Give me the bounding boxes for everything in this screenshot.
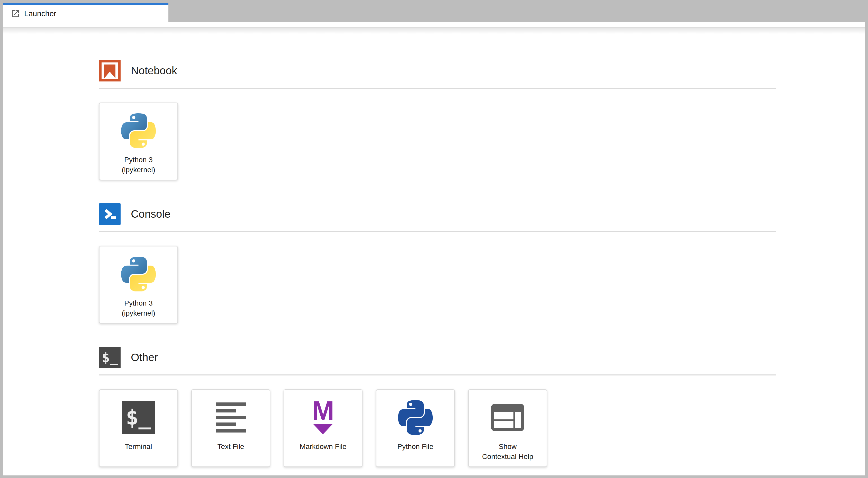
- section-title: Notebook: [131, 64, 177, 77]
- card-label: Python 3 (ipykernel): [122, 298, 155, 318]
- text-file-icon: [216, 400, 246, 435]
- markdown-icon: M: [312, 400, 334, 435]
- section-console-header: Console: [99, 203, 776, 225]
- tab-launcher[interactable]: Launcher: [3, 3, 168, 22]
- section-title: Console: [131, 208, 170, 220]
- console-icon: [99, 203, 121, 225]
- tabbar-shadow: [3, 28, 865, 34]
- section-title: Other: [131, 351, 158, 364]
- card-row: $_ Terminal: [99, 376, 776, 467]
- python-logo-icon: [121, 256, 156, 292]
- notebook-icon: [99, 60, 121, 82]
- tab-label: Launcher: [24, 9, 56, 18]
- launcher-content: Notebook: [99, 22, 776, 467]
- card-text-file[interactable]: Text File: [191, 389, 270, 467]
- launcher-tab-icon: [11, 9, 20, 18]
- card-python3-console[interactable]: Python 3 (ipykernel): [99, 246, 178, 323]
- card-row: Python 3 (ipykernel): [99, 232, 776, 323]
- window-frame: Launcher Notebook: [0, 0, 868, 478]
- python-file-icon: [398, 400, 433, 435]
- jupyterlab-dock: Launcher Notebook: [3, 3, 865, 475]
- section-other-header: $_ Other: [99, 347, 776, 368]
- python-logo-icon: [121, 113, 156, 149]
- card-label: Terminal: [125, 442, 152, 451]
- section-notebook: Notebook: [99, 60, 776, 180]
- card-row: Python 3 (ipykernel): [99, 89, 776, 180]
- card-label: Python File: [397, 442, 433, 451]
- card-label: Markdown File: [300, 442, 346, 451]
- card-python-file[interactable]: Python File: [376, 389, 455, 467]
- section-console: Console Python 3: [99, 203, 776, 323]
- card-show-contextual-help[interactable]: Show Contextual Help: [468, 389, 547, 467]
- section-notebook-header: Notebook: [99, 60, 776, 82]
- card-label: Text File: [217, 442, 244, 451]
- launcher-panel: Notebook: [3, 22, 865, 475]
- terminal-icon: $_: [122, 400, 155, 435]
- card-label: Show Contextual Help: [482, 442, 533, 461]
- card-label: Python 3 (ipykernel): [122, 155, 155, 175]
- card-terminal[interactable]: $_ Terminal: [99, 389, 178, 467]
- tab-bar: Launcher: [3, 3, 865, 22]
- card-markdown-file[interactable]: M Markdown File: [284, 389, 363, 467]
- section-other: $_ Other $_ Terminal: [99, 347, 776, 467]
- contextual-help-icon: [491, 400, 524, 435]
- terminal-icon: $_: [99, 347, 121, 368]
- card-python3-notebook[interactable]: Python 3 (ipykernel): [99, 102, 178, 180]
